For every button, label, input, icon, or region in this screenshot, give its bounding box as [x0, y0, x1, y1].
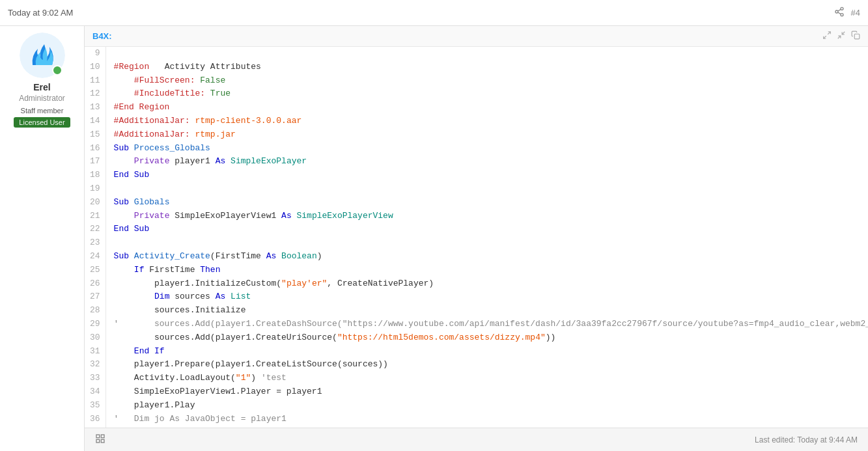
user-role: Administrator	[19, 94, 65, 103]
table-row: 30 sources.Add(player1.CreateUriSource("…	[85, 331, 868, 345]
table-row: 18 End Sub	[85, 169, 868, 182]
table-row: 19	[85, 182, 868, 196]
svg-line-9	[842, 32, 845, 34]
svg-point-2	[841, 13, 843, 16]
table-row: 35 player1.Play	[85, 399, 868, 413]
share-icon[interactable]	[834, 7, 845, 20]
bottom-bar: Last edited: Today at 9:44 AM	[85, 428, 868, 451]
code-label-actions	[822, 31, 860, 42]
code-editor[interactable]: 9 10 #Region Activity Attributes 11	[85, 47, 868, 428]
table-row: 33 Activity.LoadLayout("1") 'test	[85, 372, 868, 385]
svg-rect-13	[96, 439, 100, 443]
code-label-bar: B4X:	[85, 26, 868, 47]
table-row: 10 #Region Activity Attributes	[85, 61, 868, 74]
table-row: 34 SimpleExoPlayerView1.Player = player1	[85, 385, 868, 399]
svg-line-7	[824, 36, 826, 38]
table-row: 11 #FullScreen: False	[85, 74, 868, 88]
svg-line-8	[838, 36, 841, 38]
top-bar: Today at 9:02 AM #4	[0, 0, 868, 26]
avatar-container	[20, 33, 65, 78]
copy-icon[interactable]	[851, 31, 860, 42]
code-label: B4X:	[92, 31, 112, 41]
content-area: B4X:	[85, 26, 868, 451]
svg-rect-10	[854, 34, 860, 39]
svg-rect-11	[96, 435, 100, 438]
main-layout: Erel Administrator Staff member Licensed…	[0, 26, 868, 451]
post-number: #4	[851, 8, 860, 18]
table-row: 13 #End Region	[85, 101, 868, 115]
svg-line-3	[837, 12, 841, 14]
grid-icon[interactable]	[95, 433, 105, 446]
sidebar: Erel Administrator Staff member Licensed…	[0, 26, 85, 451]
shrink-icon[interactable]	[837, 31, 846, 42]
table-row: 17 Private player1 As SimpleExoPlayer	[85, 155, 868, 169]
table-row: 37 ' Dim e As Object = jo.CreateEvent("c…	[85, 426, 868, 428]
table-row: 14 #AdditionalJar: rtmp-client-3.0.0.aar	[85, 115, 868, 128]
online-badge	[52, 65, 63, 75]
top-bar-actions: #4	[834, 7, 860, 20]
licensed-badge: Licensed User	[14, 117, 70, 128]
svg-rect-14	[101, 439, 104, 443]
table-row: 31 End If	[85, 345, 868, 359]
table-row: 12 #IncludeTitle: True	[85, 87, 868, 101]
table-row: 22 End Sub	[85, 223, 868, 236]
svg-line-4	[837, 9, 841, 11]
last-edited: Last edited: Today at 9:44 AM	[755, 435, 858, 444]
table-row: 16 Sub Process_Globals	[85, 142, 868, 156]
expand-icon[interactable]	[822, 31, 832, 42]
table-row: 25 If FirstTime Then	[85, 264, 868, 277]
timestamp: Today at 9:02 AM	[8, 8, 73, 18]
staff-badge: Staff member	[21, 107, 64, 115]
table-row: 23	[85, 236, 868, 250]
table-row: 27 Dim sources As List	[85, 290, 868, 304]
table-row: 9	[85, 47, 868, 61]
table-row: 20 Sub Globals	[85, 196, 868, 210]
table-row: 15 #AdditionalJar: rtmp.jar	[85, 128, 868, 142]
svg-rect-12	[101, 435, 104, 438]
svg-point-1	[835, 10, 838, 13]
user-name[interactable]: Erel	[33, 82, 50, 92]
svg-point-0	[841, 7, 843, 10]
table-row: 32 player1.Prepare(player1.CreateListSou…	[85, 358, 868, 372]
table-row: 26 player1.InitializeCustom("play'er", C…	[85, 277, 868, 291]
svg-line-6	[828, 32, 830, 34]
table-row: 24 Sub Activity_Create(FirstTime As Bool…	[85, 250, 868, 264]
code-table: 9 10 #Region Activity Attributes 11	[85, 47, 868, 428]
table-row: 36 ' Dim jo As JavaObject = player1	[85, 413, 868, 426]
table-row: 28 sources.Initialize	[85, 304, 868, 318]
table-row: 21 Private SimpleExoPlayerView1 As Simpl…	[85, 210, 868, 223]
table-row: 29 ' sources.Add(player1.CreateDashSourc…	[85, 318, 868, 331]
